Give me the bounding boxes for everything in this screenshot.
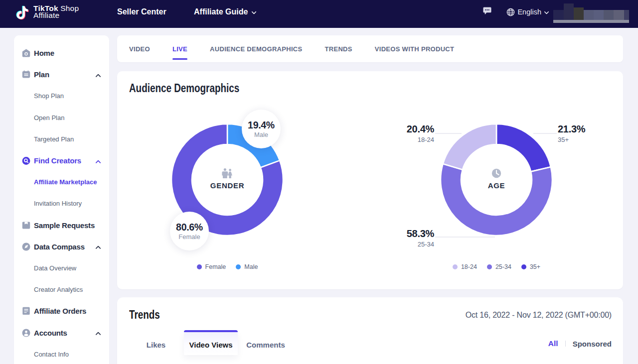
sidebar-item-label: Open Plan xyxy=(34,114,64,121)
tab-trends[interactable]: TRENDS xyxy=(325,35,352,62)
age-35plus-label: 21.3% 35+ xyxy=(558,123,585,143)
audience-demographics-card: Audience Demographics GENDER xyxy=(117,71,623,289)
blurred-account-info[interactable] xyxy=(553,3,629,23)
male-share-bubble: 19.4% Male xyxy=(242,110,281,148)
sidebar-item-label: Sample Requests xyxy=(34,221,95,230)
trends-title: Trends xyxy=(129,308,160,322)
legend-item-35+[interactable]: 35+ xyxy=(521,263,540,270)
legend-item-18-24[interactable]: 18-24 xyxy=(453,263,477,270)
logo-wordmark: TikTok Shop Affiliate xyxy=(33,5,79,18)
sidebar-item-label: Affiliate Orders xyxy=(34,307,86,315)
age-chart-center: AGE xyxy=(441,123,552,235)
sidebar-item-label: Targeted Plan xyxy=(34,135,74,143)
tiktok-shop-affiliate-logo[interactable]: TikTok Shop Affiliate xyxy=(16,5,79,20)
compass-icon xyxy=(22,243,30,251)
chevron-down-icon xyxy=(544,10,549,15)
legend-dot xyxy=(236,264,241,269)
sidebar-item-label: Affiliate Marketplace xyxy=(34,178,97,186)
gender-legend: FemaleMale xyxy=(171,263,283,270)
sidebar-item-label: Data Overview xyxy=(34,264,76,272)
legend-dot xyxy=(521,264,526,269)
age-legend: 18-2425-3435+ xyxy=(441,263,552,270)
sidebar-item-label: Find Creators xyxy=(34,156,81,165)
age-chart-title: AGE xyxy=(488,181,505,190)
sidebar-item-shop-plan[interactable]: Shop Plan xyxy=(14,85,109,107)
tab-videos-with-product[interactable]: VIDEOS WITH PRODUCT xyxy=(375,35,455,62)
tab-live[interactable]: LIVE xyxy=(172,35,187,62)
sidebar-item-affiliate-orders[interactable]: Affiliate Orders xyxy=(14,300,109,322)
sidebar-item-invitation-history[interactable]: Invitation History xyxy=(14,193,109,214)
sidebar-item-targeted-plan[interactable]: Targeted Plan xyxy=(14,128,109,150)
sidebar-item-data-compass[interactable]: Data Compass xyxy=(14,236,109,257)
top-tab-bar: VIDEOLIVEAUDIENCE DEMOGRAPHICSTRENDSVIDE… xyxy=(117,35,623,62)
trends-date-range: Oct 16, 2022 - Nov 12, 2022 (GMT+00:00) xyxy=(466,311,612,320)
legend-item-female[interactable]: Female xyxy=(197,263,226,270)
language-selector[interactable]: English xyxy=(506,0,549,24)
filter-sponsored[interactable]: Sponsored xyxy=(573,340,612,348)
sidebar-item-label: Data Compass xyxy=(34,243,85,251)
accounts-icon xyxy=(22,329,30,337)
sidebar-item-home[interactable]: Home xyxy=(14,42,109,64)
sidebar-item-accounts[interactable]: Accounts xyxy=(14,322,109,343)
sidebar-item-find-creators[interactable]: Find Creators xyxy=(14,150,109,171)
sidebar-item-data-overview[interactable]: Data Overview xyxy=(14,257,109,279)
gender-chart-title: GENDER xyxy=(210,181,244,190)
sidebar-item-label: Invitation History xyxy=(34,200,82,207)
sidebar-item-label: Accounts xyxy=(34,329,67,337)
sidebar-item-affiliate-marketplace[interactable]: Affiliate Marketplace xyxy=(14,171,109,193)
plan-icon xyxy=(22,70,30,79)
age-18-24-label: 20.4% 18-24 xyxy=(407,123,434,143)
sidebar-item-creator-analytics[interactable]: Creator Analytics xyxy=(14,279,109,300)
sidebar-item-plan[interactable]: Plan xyxy=(14,64,109,85)
legend-dot xyxy=(197,264,202,269)
tiktok-note-icon xyxy=(16,5,29,20)
trends-tab-video-views[interactable]: Video Views xyxy=(184,330,238,355)
legend-item-male[interactable]: Male xyxy=(236,263,258,270)
male-label: Male xyxy=(254,131,268,139)
tab-audience-demographics[interactable]: AUDIENCE DEMOGRAPHICS xyxy=(210,35,302,62)
filter-divider xyxy=(565,341,566,347)
globe-icon xyxy=(506,8,515,16)
tab-video[interactable]: VIDEO xyxy=(129,35,150,62)
trends-card: Trends Oct 16, 2022 - Nov 12, 2022 (GMT+… xyxy=(117,297,623,364)
gender-icon xyxy=(222,168,233,178)
clock-icon xyxy=(491,168,501,178)
sidebar-item-label: Shop Plan xyxy=(34,92,64,100)
chevron-up-icon[interactable] xyxy=(95,243,101,249)
nav-seller-center[interactable]: Seller Center xyxy=(117,0,166,24)
chevron-up-icon[interactable] xyxy=(95,330,101,336)
sidebar-item-open-plan[interactable]: Open Plan xyxy=(14,107,109,128)
legend-dot xyxy=(453,264,458,269)
female-percent: 80.6% xyxy=(176,222,203,233)
top-header: TikTok Shop Affiliate Seller Center Affi… xyxy=(0,0,638,28)
sidebar-item-contact-info[interactable]: Contact Info xyxy=(14,344,109,364)
sample-icon xyxy=(22,221,30,230)
sidebar-item-label: Creator Analytics xyxy=(34,286,83,293)
legend-item-25-34[interactable]: 25-34 xyxy=(487,263,511,270)
sidebar-item-label: Home xyxy=(34,49,54,57)
filter-all[interactable]: All xyxy=(548,339,558,348)
sidebar-item-sample-requests[interactable]: Sample Requests xyxy=(14,215,109,236)
section-title: Audience Demographics xyxy=(129,82,239,95)
sidebar-item-label: Contact Info xyxy=(34,351,69,358)
sidebar-item-label: Plan xyxy=(34,70,49,79)
chevron-down-icon xyxy=(251,10,257,15)
nav-affiliate-guide[interactable]: Affiliate Guide xyxy=(194,0,257,24)
age-25-34-label: 58.3% 25-34 xyxy=(407,228,434,248)
female-share-bubble: 80.6% Female xyxy=(170,212,209,250)
page-body: HomePlanShop PlanOpen PlanTargeted PlanF… xyxy=(0,28,638,364)
sidebar: HomePlanShop PlanOpen PlanTargeted PlanF… xyxy=(14,35,109,364)
chevron-up-icon[interactable] xyxy=(95,72,101,78)
orders-icon xyxy=(22,307,30,315)
chat-icon[interactable] xyxy=(483,6,491,15)
legend-dot xyxy=(487,264,492,269)
female-label: Female xyxy=(178,233,200,241)
male-percent: 19.4% xyxy=(248,120,275,131)
chevron-up-icon[interactable] xyxy=(95,158,101,164)
search-icon xyxy=(22,156,30,165)
trends-filters: All Sponsored xyxy=(548,339,612,348)
trends-tab-likes[interactable]: Likes xyxy=(129,330,183,355)
trends-tab-comments[interactable]: Comments xyxy=(239,330,293,355)
home-icon xyxy=(22,49,30,57)
